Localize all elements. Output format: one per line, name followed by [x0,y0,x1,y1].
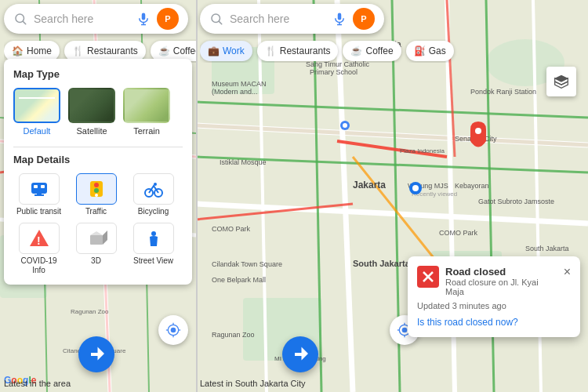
svg-point-29 [94,183,99,187]
search-icon [13,12,27,26]
bottom-label-left: Latest in the area [4,379,71,388]
svg-line-19 [23,21,25,24]
svg-text:South Jakarta: South Jakarta [525,245,569,252]
streetview-icon [133,223,174,254]
layers-button-right[interactable] [546,67,576,96]
svg-marker-109 [555,82,568,88]
detail-traffic[interactable]: Traffic [71,173,122,216]
satellite-thumb [68,88,115,123]
svg-text:Ragunan Zoo: Ragunan Zoo [71,308,109,315]
map-type-panel: Map Type Default Satellite Terrain Map D… [4,59,192,285]
map-type-grid: Default Satellite Terrain [13,88,183,136]
svg-text:Cilandak Town Square: Cilandak Town Square [212,260,282,268]
svg-rect-104 [338,13,342,20]
map-details-grid: Public transit Traffic Bicycling [13,173,183,275]
map-container: Lippo Mall Puri Pondok Bukit Pasar Segar… [0,0,588,392]
svg-rect-20 [142,13,146,20]
svg-text:One Belpark Mall: One Belpark Mall [212,276,266,284]
mic-icon-right[interactable] [332,12,347,26]
svg-text:Ragunan Zoo: Ragunan Zoo [212,331,255,339]
svg-point-34 [154,183,157,186]
svg-text:Primary School: Primary School [310,68,358,76]
popup-subtitle: Road closure on Jl. Kyai Maja [445,278,557,296]
popup-question[interactable]: Is this road closed now? [417,317,571,328]
detail-streetview[interactable]: Street View [128,223,179,275]
svg-text:Museum MACAN: Museum MACAN [212,80,267,88]
map-type-terrain[interactable]: Terrain [123,88,170,136]
svg-text:Pondok Ranji Station: Pondok Ranji Station [470,88,536,96]
traffic-label: Traffic [85,207,107,216]
pill-restaurants-right[interactable]: 🍴 Restaurants [257,41,339,61]
svg-point-100 [412,185,419,191]
map-split-divider [196,0,198,392]
detail-covid[interactable]: ! COVID-19 Info [13,223,64,275]
terrain-label: Terrain [133,126,160,136]
left-search-bar[interactable]: Search here P [4,4,188,34]
popup-close-button[interactable]: × [564,266,571,278]
left-map-panel: Lippo Mall Puri Pondok Bukit Pasar Segar… [0,0,196,392]
satellite-label: Satellite [76,126,107,136]
svg-point-44 [171,328,176,333]
traffic-icon [76,173,117,205]
svg-point-31 [95,194,98,197]
covid-label: COVID-19 Info [13,256,64,275]
right-category-bar: 💼 Work 🍴 Restaurants ☕ Coffee ⛽ Gas [200,39,584,63]
left-search-placeholder: Search here [34,13,130,25]
detail-3d[interactable]: 3D [71,223,122,275]
svg-text:COMO Park: COMO Park [439,229,478,237]
right-search-bar[interactable]: Search here P [200,4,384,34]
detail-transit[interactable]: Public transit [13,173,64,216]
avatar-right[interactable]: P [353,8,375,30]
pill-work-right[interactable]: 💼 Work [200,41,252,61]
transit-label: Public transit [16,207,61,216]
svg-rect-37 [90,235,103,245]
my-location-button-left[interactable] [158,315,188,345]
mic-icon-left[interactable] [136,12,151,26]
fab-directions-right[interactable] [282,336,318,372]
streetview-label: Street View [133,256,173,266]
pill-gas-right[interactable]: ⛽ Gas [406,41,454,61]
svg-text:!: ! [37,234,41,247]
default-label: Default [24,126,51,136]
fab-directions-left[interactable] [78,336,114,372]
svg-text:Jakarta: Jakarta [353,180,386,191]
svg-text:COMO Park: COMO Park [212,225,251,233]
popup-title: Road closed [445,266,557,278]
map-type-default[interactable]: Default [13,88,60,136]
transit-icon [19,173,60,205]
default-thumb [13,88,60,123]
right-map-panel: Museum MACAN (Modern and... Sang Timur C… [196,0,588,392]
svg-marker-107 [555,75,568,82]
road-closed-icon [417,266,439,288]
svg-text:Gatot Subroto Jamsoste: Gatot Subroto Jamsoste [478,198,554,205]
search-icon-right [209,12,223,26]
3d-label: 3D [91,256,101,266]
detail-bicycling[interactable]: Bicycling [128,173,179,216]
bicycling-label: Bicycling [138,207,169,216]
bicycling-icon [133,173,174,205]
svg-point-98 [343,123,347,128]
svg-marker-38 [90,231,103,235]
popup-header: Road closed Road closure on Jl. Kyai Maj… [417,266,571,296]
svg-marker-39 [103,230,107,245]
svg-text:Kebayoran: Kebayoran [455,182,489,190]
pill-coffee-right[interactable]: ☕ Coffee [343,41,401,61]
svg-point-30 [94,188,99,193]
avatar-left[interactable]: P [157,8,179,30]
svg-point-40 [151,231,156,236]
svg-text:(Modern and...: (Modern and... [212,88,258,96]
terrain-thumb [123,88,170,123]
svg-point-101 [475,128,481,134]
road-closed-popup: Road closed Road closure on Jl. Kyai Maj… [408,256,580,337]
svg-rect-25 [41,185,45,188]
svg-rect-24 [34,185,38,188]
map-type-title: Map Type [13,68,183,80]
right-search-placeholder: Search here [230,13,326,25]
svg-text:Plaza Indonesia: Plaza Indonesia [400,147,445,154]
map-type-satellite[interactable]: Satellite [68,88,115,136]
3d-icon [76,223,117,254]
panel-divider [13,147,183,147]
popup-time: Updated 3 minutes ago [417,301,571,310]
popup-text: Road closed Road closure on Jl. Kyai Maj… [445,266,557,296]
svg-rect-23 [31,183,47,194]
